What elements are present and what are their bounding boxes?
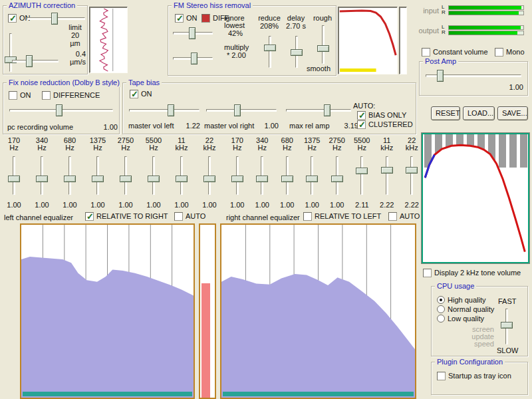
slider-thumb[interactable]	[36, 176, 48, 182]
slider-thumb[interactable]	[189, 27, 196, 39]
eq-band-slider[interactable]	[176, 156, 188, 196]
eq-band-column: 340Hz1.00	[250, 137, 275, 211]
bias-only-checkbox[interactable]: BIAS ONLY	[357, 111, 406, 120]
fm-ignore-slider[interactable]	[172, 27, 213, 39]
slider-thumb[interactable]	[64, 176, 76, 182]
eq-band-slider[interactable]	[36, 156, 48, 196]
slider-track[interactable]	[410, 156, 413, 195]
slider-thumb[interactable]	[306, 176, 318, 182]
eq-band-slider[interactable]	[306, 156, 318, 196]
save-button[interactable]: SAVE...	[497, 106, 528, 120]
slider-thumb[interactable]	[331, 176, 343, 182]
eq-band-slider[interactable]	[148, 156, 160, 196]
fm-multiply-slider[interactable]	[172, 53, 213, 65]
fm-delay-slider[interactable]	[291, 35, 303, 68]
dolby-difference-checkbox[interactable]: DIFFERENCE	[42, 91, 100, 100]
slider-track[interactable]	[206, 109, 277, 112]
dolby-volume-slider[interactable]	[9, 104, 114, 116]
dolby-on-checkbox[interactable]: ON	[9, 91, 31, 100]
checkbox-box	[423, 269, 432, 277]
slider-thumb[interactable]	[324, 104, 331, 116]
slider-thumb[interactable]	[317, 45, 329, 52]
update-speed-slider[interactable]	[501, 308, 513, 345]
slider-thumb[interactable]	[191, 53, 198, 65]
eq-band-slider[interactable]	[381, 156, 393, 196]
slider-thumb[interactable]	[281, 176, 293, 182]
eq-band-slider[interactable]	[92, 156, 104, 196]
tape-bias-on-checkbox[interactable]: ON	[130, 90, 152, 98]
fm-reduce-slider[interactable]	[264, 35, 276, 68]
slider-track[interactable]	[129, 109, 200, 112]
right-relative-to-left-checkbox[interactable]: RELATIVE TO LEFT	[303, 212, 381, 221]
eq-band-slider[interactable]	[231, 156, 243, 196]
max-rel-amp-slider[interactable]	[285, 104, 352, 116]
constant-volume-checkbox[interactable]: Constant volume	[422, 48, 488, 57]
slider-thumb[interactable]	[256, 176, 268, 182]
slider-thumb[interactable]	[234, 104, 241, 116]
fm-smoothness-slider[interactable]	[317, 25, 329, 65]
eq-band-slider[interactable]	[281, 156, 293, 196]
left-auto-checkbox[interactable]: AUTO	[174, 212, 205, 221]
right-auto-checkbox[interactable]: AUTO	[388, 212, 420, 221]
slider-thumb[interactable]	[437, 70, 444, 82]
slider-thumb[interactable]	[291, 49, 303, 56]
slider-thumb[interactable]	[501, 322, 513, 329]
load-button[interactable]: LOAD...	[463, 106, 495, 120]
slider-thumb[interactable]	[176, 176, 188, 182]
eq-band-slider[interactable]	[356, 156, 368, 196]
fm-on-checkbox[interactable]: ON	[175, 14, 198, 23]
clustered-checkbox[interactable]: CLUSTERED	[357, 120, 413, 129]
slider-thumb[interactable]	[381, 167, 393, 174]
slider-thumb[interactable]	[168, 104, 174, 116]
left-spectrum-display	[20, 223, 195, 399]
display-tone-volume-checkbox[interactable]: Display 2 kHz tone volume	[423, 269, 521, 277]
slider-thumb[interactable]	[56, 104, 63, 116]
reset-button[interactable]: RESET	[431, 106, 460, 120]
eq-band-slider[interactable]	[256, 156, 268, 196]
dolby-volume-value: 1.00	[94, 123, 118, 131]
slider-thumb[interactable]	[8, 176, 20, 182]
eq-band-slider[interactable]	[8, 156, 20, 196]
slider-thumb[interactable]	[148, 176, 160, 182]
post-amp-slider[interactable]	[425, 70, 522, 82]
checkbox-label: ON	[20, 91, 31, 100]
eq-band-slider[interactable]	[64, 156, 76, 196]
eq-band-slider[interactable]	[203, 156, 215, 196]
slider-track[interactable]	[360, 156, 363, 195]
slow-label: SLOW	[497, 346, 518, 354]
checkbox-label: Startup as tray icon	[448, 372, 511, 380]
master-vol-left-slider[interactable]	[128, 104, 200, 116]
azimuth-rate-slider[interactable]	[11, 55, 59, 67]
checkbox-box	[9, 91, 17, 100]
high-quality-radio[interactable]: High quality	[437, 296, 485, 305]
eq-frequency-label: 5500Hz	[354, 137, 370, 153]
left-relative-to-right-checkbox[interactable]: RELATIVE TO RIGHT	[85, 212, 168, 221]
eq-band-slider[interactable]	[331, 156, 343, 196]
slider-track[interactable]	[269, 36, 271, 68]
low-quality-radio[interactable]: Low quality	[437, 315, 484, 323]
left-spectrum-scrollbar[interactable]	[23, 392, 192, 396]
eq-band-slider[interactable]	[120, 156, 132, 196]
slider-track[interactable]	[322, 25, 325, 64]
slider-track[interactable]	[12, 60, 59, 63]
slider-thumb[interactable]	[120, 176, 132, 182]
slider-thumb[interactable]	[92, 176, 104, 182]
slider-thumb[interactable]	[231, 176, 243, 182]
radio-label: Low quality	[448, 315, 484, 323]
eq-band-slider[interactable]	[406, 156, 418, 196]
normal-quality-radio[interactable]: Normal quality	[437, 305, 494, 314]
slider-track[interactable]	[386, 156, 388, 195]
startup-tray-checkbox[interactable]: Startup as tray icon	[437, 372, 511, 380]
slider-track[interactable]	[286, 109, 351, 112]
slider-thumb[interactable]	[203, 176, 215, 182]
slider-thumb[interactable]	[356, 168, 368, 174]
fm-delay-value: 2.70 s	[283, 22, 309, 30]
slider-thumb[interactable]	[406, 167, 418, 174]
master-vol-right-slider[interactable]	[205, 104, 277, 116]
azimuth-limit-label: limit	[65, 23, 86, 31]
slider-thumb[interactable]	[26, 55, 33, 67]
right-spectrum-scrollbar[interactable]	[223, 392, 414, 396]
mono-checkbox[interactable]: Mono	[495, 48, 525, 57]
slider-thumb[interactable]	[51, 13, 58, 25]
slider-thumb[interactable]	[264, 45, 276, 51]
